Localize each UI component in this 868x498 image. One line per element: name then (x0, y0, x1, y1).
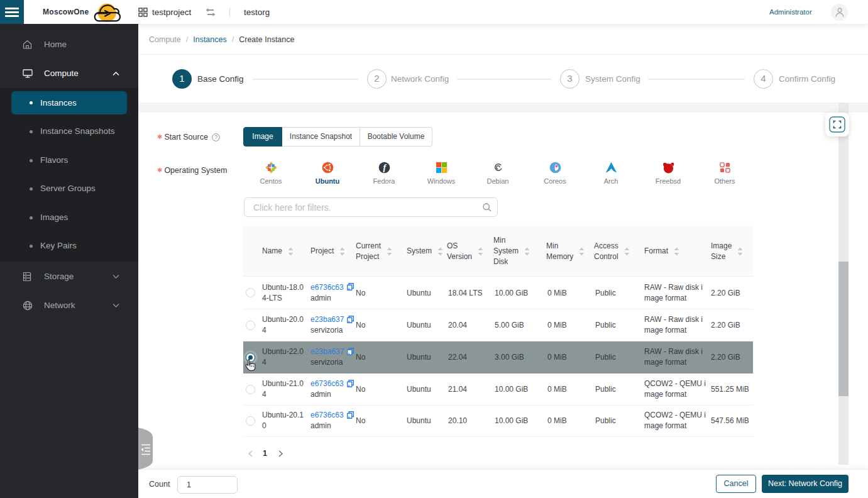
svg-text:?: ? (214, 134, 217, 140)
